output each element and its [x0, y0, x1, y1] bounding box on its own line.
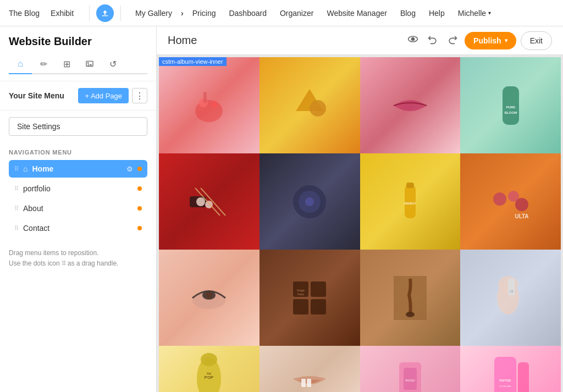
- photo-cell-4[interactable]: PURE BLOOM: [460, 57, 561, 153]
- history-tab-button[interactable]: ↺: [101, 54, 124, 74]
- svg-point-45: [201, 353, 217, 366]
- photo-cell-9[interactable]: [159, 250, 260, 346]
- svg-rect-0: [102, 15, 108, 16]
- organizer-link[interactable]: Organizer: [274, 5, 319, 21]
- preview-button[interactable]: [405, 31, 421, 49]
- my-gallery-link[interactable]: My Gallery: [130, 5, 178, 21]
- about-status-dot: [137, 206, 142, 211]
- nav-item-contact-label: Contact: [23, 224, 133, 233]
- publish-button[interactable]: Publish ▾: [465, 32, 516, 49]
- nav-divider: [89, 5, 90, 21]
- canvas-area[interactable]: cstm-album-view-inner: [157, 55, 563, 392]
- svg-text:CB: CB: [509, 290, 514, 293]
- photo-cell-14[interactable]: [260, 346, 360, 392]
- website-manager-link[interactable]: Website Manager: [321, 5, 392, 21]
- page-title: Home: [168, 34, 399, 47]
- nav-divider-2: [120, 5, 121, 21]
- gear-icon[interactable]: ⚙: [126, 165, 133, 173]
- brush-tab-button[interactable]: ✏: [32, 54, 55, 74]
- svg-point-15: [196, 197, 205, 206]
- exit-button[interactable]: Exit: [521, 31, 552, 50]
- sidebar-title: Website Builder: [9, 35, 147, 48]
- svg-text:PURE: PURE: [506, 106, 515, 109]
- nav-item-about[interactable]: ⠿ About: [9, 200, 147, 217]
- photo-cell-2[interactable]: [260, 57, 360, 153]
- nav-item-home[interactable]: ⠿ ⌂ Home ⚙: [9, 160, 147, 178]
- photo-cell-7[interactable]: ENERGY: [360, 153, 461, 250]
- photo-cell-5[interactable]: [159, 153, 260, 250]
- svg-text:fraisy: fraisy: [297, 292, 304, 296]
- photo-cell-3[interactable]: [360, 57, 461, 153]
- svg-rect-23: [406, 183, 414, 188]
- chevron-down-icon: ▾: [488, 10, 491, 16]
- blog-link[interactable]: Blog: [395, 5, 421, 21]
- photo-cell-11[interactable]: [360, 250, 461, 346]
- undo-button[interactable]: [425, 31, 440, 49]
- svg-point-31: [206, 292, 212, 299]
- nav-item-about-label: About: [23, 204, 133, 213]
- site-menu-section: Your Site Menu + Add Page ⋮: [0, 81, 156, 111]
- the-blog-link[interactable]: The Blog: [9, 9, 40, 18]
- photo-cell-6[interactable]: [260, 153, 360, 250]
- publish-chevron-icon: ▾: [505, 37, 507, 43]
- nav-menu-title: NAVIGATION MENU: [9, 149, 147, 156]
- sidebar-icon-bar: ⌂ ✏ ⊞ ↺: [9, 54, 147, 74]
- svg-text:ULTA: ULTA: [515, 213, 528, 219]
- contact-status-dot: [137, 226, 142, 230]
- photo-cell-8[interactable]: ULTA: [460, 153, 561, 250]
- canvas-inner: cstm-album-view-inner: [159, 57, 561, 392]
- svg-point-4: [412, 38, 415, 41]
- svg-point-25: [493, 192, 506, 206]
- svg-rect-49: [307, 379, 311, 387]
- builder-toolbar: Home: [157, 26, 563, 55]
- photo-cell-13[interactable]: big POP: [159, 346, 260, 392]
- photo-cell-15[interactable]: BRAND: [360, 346, 461, 392]
- main-content: Home: [157, 26, 563, 392]
- add-page-button[interactable]: + Add Page: [78, 88, 129, 103]
- photo-grid-row-1: PURE BLOOM: [159, 57, 561, 392]
- photo-cell-10[interactable]: finage fraisy: [260, 250, 360, 346]
- top-navigation: The Blog Exhibit My Gallery › Pricing Da…: [0, 0, 563, 26]
- site-menu-actions: + Add Page ⋮: [78, 88, 147, 103]
- sidebar: Website Builder ⌂ ✏ ⊞ ↺ Your Site Menu: [0, 26, 157, 392]
- photo-cell-16[interactable]: PEPTIDE SYS★STAL: [460, 346, 561, 392]
- home-status-dot: [137, 167, 142, 171]
- redo-button[interactable]: [445, 31, 460, 49]
- nav-item-portfolio-label: portfolio: [23, 184, 133, 193]
- image-tab-button[interactable]: [78, 54, 101, 74]
- upload-button[interactable]: [96, 4, 114, 22]
- dots-icon: ⠿: [62, 259, 66, 269]
- home-tab-button[interactable]: ⌂: [9, 54, 32, 74]
- drag-hint: Drag menu items to reposition.: [9, 248, 147, 258]
- michelle-dropdown[interactable]: Michelle ▾: [452, 5, 496, 21]
- exhibit-link[interactable]: Exhibit: [51, 9, 74, 18]
- svg-point-7: [211, 101, 218, 108]
- top-nav-left: The Blog Exhibit: [9, 9, 74, 18]
- nav-item-home-label: Home: [32, 164, 122, 173]
- site-menu-label: Your Site Menu: [9, 91, 64, 100]
- grid-tab-button[interactable]: ⊞: [55, 54, 78, 74]
- svg-point-10: [310, 100, 326, 117]
- svg-rect-56: [518, 362, 529, 392]
- help-link[interactable]: Help: [423, 5, 450, 21]
- sidebar-footer: Drag menu items to reposition. Use the d…: [0, 239, 156, 278]
- svg-rect-34: [293, 299, 308, 314]
- svg-point-21: [305, 197, 314, 206]
- dashboard-link[interactable]: Dashboard: [223, 5, 272, 21]
- more-options-button[interactable]: ⋮: [132, 88, 147, 103]
- nav-item-contact[interactable]: ⠿ Contact: [9, 219, 147, 237]
- svg-rect-48: [301, 379, 306, 387]
- drag-handle-icon: ⠿: [14, 165, 19, 173]
- svg-rect-8: [203, 92, 207, 103]
- site-menu-row: Your Site Menu + Add Page ⋮: [9, 88, 147, 103]
- sidebar-header: Website Builder ⌂ ✏ ⊞ ↺: [0, 26, 156, 81]
- photo-cell-12[interactable]: CB: [460, 250, 561, 346]
- svg-rect-33: [311, 281, 326, 297]
- drag-handle-icon: ⠿: [14, 225, 19, 232]
- nav-item-portfolio[interactable]: ⠿ portfolio: [9, 180, 147, 197]
- photo-cell-1[interactable]: [159, 57, 260, 153]
- pricing-link[interactable]: Pricing: [187, 5, 222, 21]
- nav-menu-section: NAVIGATION MENU ⠿ ⌂ Home ⚙ ⠿ portfolio ⠿…: [0, 142, 156, 239]
- site-settings-button[interactable]: Site Settings: [9, 117, 147, 136]
- svg-text:SYS★STAL: SYS★STAL: [499, 385, 511, 388]
